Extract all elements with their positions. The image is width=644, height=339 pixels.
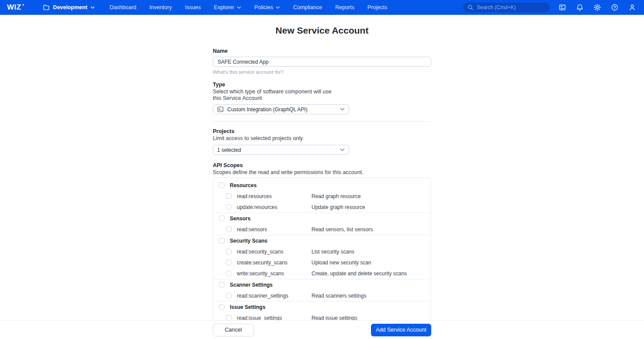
scope-group-label: Scanner Settings	[230, 282, 273, 288]
scope-group-checkbox[interactable]	[219, 238, 225, 243]
type-label: Type	[213, 82, 431, 88]
scope-description: Read graph resource	[312, 193, 361, 199]
chevron-down-icon	[340, 108, 345, 111]
nav-item-inventory[interactable]: Inventory	[149, 4, 172, 10]
bell-icon[interactable]	[574, 2, 585, 13]
scope-group-header: Resources	[213, 180, 431, 191]
scope-group-checkbox[interactable]	[219, 216, 225, 221]
scope-name: read:issue_settings	[237, 315, 306, 321]
svg-text:?: ?	[613, 5, 616, 10]
main-content: New Service Account Name What's this ser…	[0, 15, 644, 320]
nav-item-label: Policies	[254, 4, 273, 10]
scope-name: update:resources	[237, 204, 306, 210]
scope-name: read:security_scans	[237, 249, 306, 255]
scope-name: write:security_scans	[237, 271, 306, 277]
nav-item-label: Compliance	[293, 4, 322, 10]
scope-group-label: Resources	[230, 182, 256, 188]
scope-rows: read:issue_settings Read issue settings	[213, 312, 431, 320]
scope-row: read:sensors Read sensors, list sensors	[213, 224, 431, 235]
scope-checkbox[interactable]	[226, 226, 232, 232]
scope-description: Read scanners settings	[312, 293, 366, 299]
nav-item-label: Inventory	[149, 4, 172, 10]
name-helper-text: What's this service account for?	[213, 69, 431, 75]
projects-description: Limit access to selected projects only	[213, 135, 339, 142]
chevron-down-icon	[90, 6, 95, 9]
type-dropdown-value: Custom Integration (GraphQL API)	[227, 106, 336, 113]
name-input[interactable]	[213, 57, 431, 67]
projects-dropdown[interactable]: 1 selected	[213, 145, 349, 155]
scope-row: update:resources Update graph resource	[213, 202, 431, 212]
scope-group-checkbox[interactable]	[219, 304, 225, 310]
api-scopes-description: Scopes define the read and write permiss…	[213, 169, 396, 176]
scope-checkbox[interactable]	[226, 260, 232, 265]
help-icon[interactable]: ?	[609, 2, 620, 13]
scope-checkbox[interactable]	[226, 271, 232, 276]
cancel-button[interactable]: Cancel	[213, 324, 254, 336]
terminal-icon	[217, 106, 224, 113]
scope-group-checkbox[interactable]	[219, 182, 225, 188]
nav-item-compliance[interactable]: Compliance	[293, 4, 322, 10]
nav-item-label: Explorer	[214, 4, 235, 10]
folder-icon	[43, 4, 50, 11]
scope-group: Sensors read:sensors Read sensors, list …	[213, 212, 431, 235]
scope-rows: read:sensors Read sensors, list sensors	[213, 224, 431, 235]
gear-icon[interactable]	[592, 2, 603, 13]
nav-item-projects[interactable]: Projects	[367, 4, 387, 10]
scope-row: write:security_scans Create, update and …	[213, 268, 431, 279]
project-switcher-label: Development	[53, 4, 87, 10]
project-switcher[interactable]: Development	[43, 4, 95, 11]
scope-checkbox[interactable]	[226, 193, 232, 199]
api-scopes-label: API Scopes	[213, 162, 431, 168]
nav-item-dashboard[interactable]: Dashboard	[110, 4, 136, 10]
nav-item-label: Projects	[367, 4, 387, 10]
nav-item-label: Issues	[185, 4, 201, 10]
scope-name: read:resources	[237, 193, 306, 199]
api-scopes-list: Resources read:resources Read graph reso…	[213, 178, 431, 320]
scope-rows: read:scanner_settings Read scanners sett…	[213, 290, 431, 301]
wiz-logo-text: WIZ	[7, 3, 21, 12]
scope-name: read:sensors	[237, 226, 306, 233]
scope-description: List security scans	[312, 249, 354, 255]
projects-dropdown-value: 1 selected	[217, 147, 336, 153]
scope-group-header: Sensors	[213, 213, 431, 224]
scope-group: Security Scans read:security_scans List …	[213, 235, 431, 279]
type-description: Select which type of software component …	[213, 89, 339, 102]
nav-item-explorer[interactable]: Explorer	[214, 4, 242, 10]
nav-item-policies[interactable]: Policies	[254, 4, 280, 10]
top-navigation-bar: WIZ ✦ Development Dashboard Inventory Is…	[0, 0, 644, 15]
name-label: Name	[213, 48, 431, 54]
search-input[interactable]	[477, 4, 545, 10]
section-divider	[213, 121, 430, 122]
type-dropdown[interactable]: Custom Integration (GraphQL API)	[213, 104, 349, 114]
add-service-account-button[interactable]: Add Service Account	[371, 324, 431, 336]
scope-group-label: Issue Settings	[230, 304, 265, 310]
scope-rows: read:security_scans List security scans …	[213, 246, 431, 279]
scope-rows: read:resources Read graph resource updat…	[213, 191, 431, 212]
scope-group-label: Security Scans	[230, 238, 267, 244]
scope-name: read:scanner_settings	[237, 293, 306, 299]
scope-group-header: Security Scans	[213, 235, 431, 246]
scope-checkbox[interactable]	[226, 315, 232, 320]
nav-item-issues[interactable]: Issues	[185, 4, 201, 10]
projects-label: Projects	[213, 128, 431, 134]
user-icon[interactable]	[627, 2, 638, 13]
scope-row: read:resources Read graph resource	[213, 191, 431, 202]
topbar-icon-group: ?	[557, 2, 638, 13]
card-rows-icon[interactable]	[557, 2, 568, 13]
scope-row: read:security_scans List security scans	[213, 246, 431, 257]
nav-item-reports[interactable]: Reports	[335, 4, 354, 10]
scope-group: Resources read:resources Read graph reso…	[213, 180, 431, 212]
scope-group: Scanner Settings read:scanner_settings R…	[213, 279, 431, 301]
scope-checkbox[interactable]	[226, 293, 232, 298]
search-icon	[467, 4, 474, 10]
scope-description: Create, update and delete security scans	[312, 271, 407, 277]
wiz-logo[interactable]: WIZ ✦	[7, 3, 24, 12]
scope-checkbox[interactable]	[226, 249, 232, 254]
scope-row: read:scanner_settings Read scanners sett…	[213, 290, 431, 301]
global-search[interactable]	[463, 3, 550, 12]
scope-group-label: Sensors	[230, 216, 250, 222]
scope-checkbox[interactable]	[226, 204, 232, 210]
scope-description: Update graph resource	[312, 204, 365, 210]
nav-item-label: Dashboard	[110, 4, 136, 10]
scope-group-checkbox[interactable]	[219, 282, 225, 288]
